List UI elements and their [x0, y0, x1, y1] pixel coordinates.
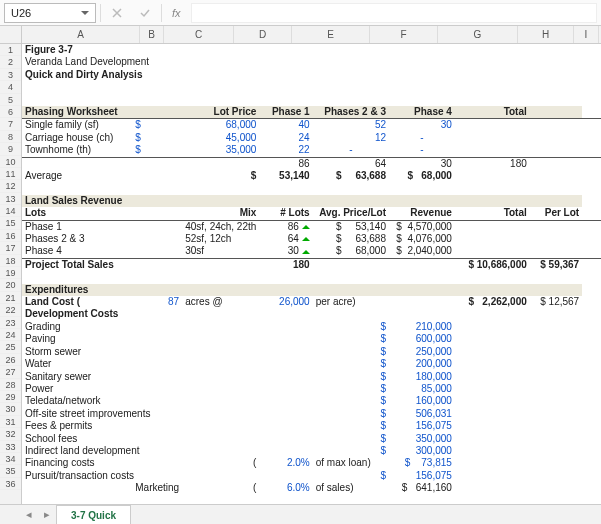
row-header[interactable]: 17: [0, 242, 21, 254]
col-header[interactable]: I: [574, 26, 599, 43]
cell[interactable]: Development Costs: [22, 308, 182, 320]
col-header[interactable]: B: [140, 26, 164, 43]
cell[interactable]: 180,000: [389, 371, 455, 383]
cell[interactable]: $ 2,262,000: [455, 296, 530, 308]
cell[interactable]: 86: [259, 157, 312, 170]
cell[interactable]: Land Cost (: [22, 296, 132, 308]
cell[interactable]: 156,075: [389, 420, 455, 432]
cell[interactable]: Carriage house (ch): [22, 132, 132, 144]
cell[interactable]: 26,000: [259, 296, 312, 308]
cell[interactable]: Per Lot: [530, 207, 582, 220]
cell[interactable]: Land Sales Revenue: [22, 195, 582, 207]
cell[interactable]: $ 12,567: [530, 296, 582, 308]
cell[interactable]: $ 2,040,000: [389, 245, 455, 258]
cell[interactable]: 200,000: [389, 358, 455, 370]
cell[interactable]: Financing costs: [22, 457, 132, 469]
cell[interactable]: 64: [259, 233, 312, 245]
cancel-icon[interactable]: [105, 3, 129, 23]
cell[interactable]: Avg. Price/Lot: [313, 207, 389, 220]
cell[interactable]: 30: [389, 119, 455, 132]
cell[interactable]: 2.0%: [259, 457, 312, 469]
col-header[interactable]: H: [518, 26, 574, 43]
cell[interactable]: 52: [313, 119, 389, 132]
check-icon[interactable]: [133, 3, 157, 23]
cell[interactable]: Storm sewer: [22, 346, 132, 358]
row-header[interactable]: 8: [0, 131, 21, 143]
cell[interactable]: Lot Price: [182, 106, 259, 119]
cell[interactable]: Phases 2 & 3: [22, 233, 132, 245]
cell[interactable]: 52sf, 12ch: [182, 233, 259, 245]
cell[interactable]: Project Total Sales: [22, 258, 182, 271]
cell[interactable]: Figure 3-7: [22, 44, 132, 56]
row-header[interactable]: 6: [0, 106, 21, 118]
row-header[interactable]: 28: [0, 379, 21, 391]
cell[interactable]: Grading: [22, 321, 132, 333]
cell[interactable]: 30sf: [182, 245, 259, 258]
cell[interactable]: Townhome (th): [22, 144, 132, 157]
row-header[interactable]: 26: [0, 354, 21, 366]
col-header[interactable]: D: [234, 26, 292, 43]
row-header[interactable]: 22: [0, 304, 21, 316]
cell[interactable]: Paving: [22, 333, 132, 345]
row-header[interactable]: 9: [0, 143, 21, 155]
cells-area[interactable]: Figure 3-7 Veranda Land Development Quic…: [22, 44, 601, 504]
cell[interactable]: Revenue: [389, 207, 455, 220]
cell[interactable]: Water: [22, 358, 132, 370]
cell[interactable]: 35,000: [182, 144, 259, 157]
cell[interactable]: $ 4,570,000: [389, 220, 455, 233]
cell[interactable]: Marketing: [132, 482, 182, 494]
cell[interactable]: of max loan): [313, 457, 389, 469]
row-header[interactable]: 24: [0, 329, 21, 341]
cell[interactable]: 53,140: [259, 170, 312, 182]
cell[interactable]: -: [313, 144, 389, 157]
cell[interactable]: of sales): [313, 482, 389, 494]
cell[interactable]: Single family (sf): [22, 119, 132, 132]
cell[interactable]: $ 73,815: [389, 457, 455, 469]
row-header[interactable]: 16: [0, 230, 21, 242]
cell[interactable]: 250,000: [389, 346, 455, 358]
cell[interactable]: Phase 1: [22, 220, 132, 233]
row-header[interactable]: 25: [0, 341, 21, 353]
row-header[interactable]: 35: [0, 465, 21, 477]
cell[interactable]: Sanitary sewer: [22, 371, 132, 383]
cell[interactable]: 210,000: [389, 321, 455, 333]
cell[interactable]: Quick and Dirty Analysis: [22, 69, 259, 81]
cell[interactable]: 24: [259, 132, 312, 144]
row-header[interactable]: 14: [0, 205, 21, 217]
row-header[interactable]: 4: [0, 81, 21, 93]
cell[interactable]: 85,000: [389, 383, 455, 395]
cell[interactable]: 180: [455, 157, 530, 170]
prev-sheet-icon[interactable]: ◂: [20, 506, 38, 524]
cell[interactable]: $ 68,000: [389, 170, 455, 182]
cell[interactable]: Lots: [22, 207, 132, 220]
row-header[interactable]: 7: [0, 118, 21, 130]
row-header[interactable]: 20: [0, 279, 21, 291]
row-header[interactable]: 31: [0, 416, 21, 428]
sheet-tab[interactable]: 3-7 Quick: [56, 505, 131, 525]
col-header[interactable]: A: [22, 26, 140, 43]
cell[interactable]: 40sf, 24ch, 22th: [182, 220, 259, 233]
cell[interactable]: Power: [22, 383, 132, 395]
row-header[interactable]: 23: [0, 317, 21, 329]
col-header[interactable]: G: [438, 26, 518, 43]
name-box[interactable]: U26: [4, 3, 96, 23]
cell[interactable]: 87: [132, 296, 182, 308]
cell[interactable]: 45,000: [182, 132, 259, 144]
cell[interactable]: per acre): [313, 296, 389, 308]
cell[interactable]: Phase 1: [259, 106, 312, 119]
row-header[interactable]: 3: [0, 69, 21, 81]
cell[interactable]: 180: [259, 258, 312, 271]
row-header[interactable]: 21: [0, 292, 21, 304]
chevron-down-icon[interactable]: [81, 11, 89, 15]
row-header[interactable]: 34: [0, 453, 21, 465]
col-header[interactable]: C: [164, 26, 234, 43]
cell[interactable]: $ 63,688: [313, 233, 389, 245]
row-header[interactable]: 5: [0, 94, 21, 106]
cell[interactable]: $ 63,688: [313, 170, 389, 182]
row-header[interactable]: 11: [0, 168, 21, 180]
cell[interactable]: Off-site street improvements: [22, 408, 259, 420]
cell[interactable]: Phase 4: [389, 106, 455, 119]
cell[interactable]: 300,000: [389, 445, 455, 457]
cell[interactable]: 506,031: [389, 408, 455, 420]
next-sheet-icon[interactable]: ▸: [38, 506, 56, 524]
